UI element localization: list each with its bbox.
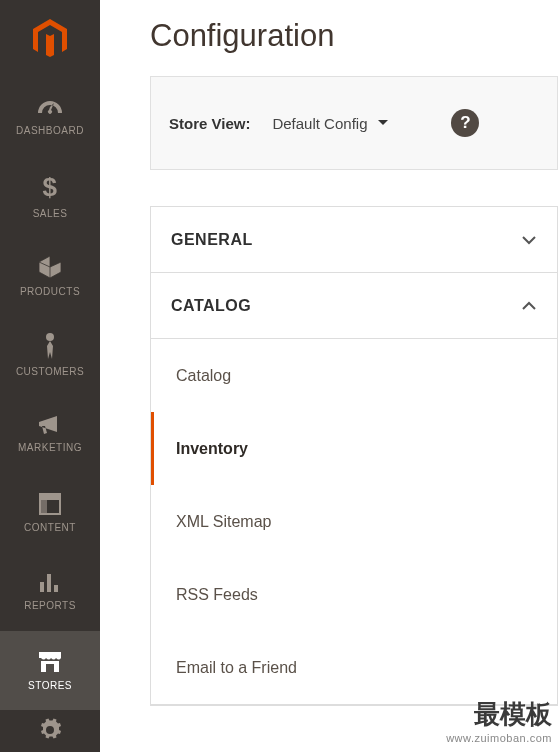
sidebar-item-label: STORES: [28, 680, 72, 691]
store-view-select[interactable]: Default Config: [272, 115, 389, 132]
svg-point-1: [46, 333, 54, 341]
subitem-inventory[interactable]: Inventory: [151, 412, 557, 485]
section-catalog[interactable]: CATALOG: [151, 273, 557, 339]
help-icon[interactable]: ?: [451, 109, 479, 137]
svg-text:$: $: [43, 174, 58, 202]
marketing-icon: [37, 414, 63, 436]
svg-rect-7: [54, 585, 58, 592]
sidebar-item-label: DASHBOARD: [16, 125, 84, 136]
sidebar-item-reports[interactable]: REPORTS: [0, 552, 100, 631]
magento-logo[interactable]: [0, 0, 100, 78]
section-label: CATALOG: [171, 297, 251, 315]
admin-sidebar: DASHBOARD $ SALES PRODUCTS CUSTOMERS MAR…: [0, 0, 100, 752]
stores-icon: [37, 650, 63, 674]
gear-icon: [38, 718, 62, 742]
chevron-down-icon: [521, 235, 537, 245]
sidebar-item-label: CONTENT: [24, 522, 76, 533]
sidebar-item-label: REPORTS: [24, 600, 76, 611]
svg-rect-3: [40, 494, 60, 500]
section-label: GENERAL: [171, 231, 253, 249]
magento-logo-icon: [32, 19, 68, 59]
dashboard-icon: [36, 99, 64, 119]
main-content: Configuration Store View: Default Config…: [100, 0, 558, 752]
svg-rect-4: [40, 500, 47, 514]
subitem-catalog[interactable]: Catalog: [151, 339, 557, 412]
caret-down-icon: [377, 119, 389, 127]
section-general[interactable]: GENERAL: [151, 207, 557, 273]
store-view-label: Store View:: [169, 115, 250, 132]
sidebar-item-system[interactable]: [0, 710, 100, 750]
sidebar-item-marketing[interactable]: MARKETING: [0, 394, 100, 473]
page-title: Configuration: [150, 18, 558, 54]
sales-icon: $: [42, 174, 58, 202]
chevron-up-icon: [521, 301, 537, 311]
section-catalog-body: Catalog Inventory XML Sitemap RSS Feeds …: [151, 339, 557, 705]
sidebar-item-sales[interactable]: $ SALES: [0, 157, 100, 236]
subitem-email-friend[interactable]: Email to a Friend: [151, 631, 557, 704]
sidebar-item-stores[interactable]: STORES: [0, 631, 100, 710]
svg-rect-5: [40, 582, 44, 592]
reports-icon: [38, 572, 62, 594]
svg-rect-6: [47, 574, 51, 592]
sidebar-item-label: SALES: [33, 208, 68, 219]
products-icon: [37, 254, 63, 280]
content-icon: [38, 492, 62, 516]
sidebar-item-label: PRODUCTS: [20, 286, 80, 297]
sidebar-item-label: MARKETING: [18, 442, 82, 453]
sidebar-item-label: CUSTOMERS: [16, 366, 84, 377]
customers-icon: [43, 332, 57, 360]
sidebar-item-content[interactable]: CONTENT: [0, 473, 100, 552]
subitem-xml-sitemap[interactable]: XML Sitemap: [151, 485, 557, 558]
subitem-rss-feeds[interactable]: RSS Feeds: [151, 558, 557, 631]
store-view-bar: Store View: Default Config ?: [150, 76, 558, 170]
store-view-selected: Default Config: [272, 115, 367, 132]
sidebar-item-products[interactable]: PRODUCTS: [0, 236, 100, 315]
config-panel: GENERAL CATALOG Catalog Inventory XML Si…: [150, 206, 558, 706]
sidebar-item-dashboard[interactable]: DASHBOARD: [0, 78, 100, 157]
sidebar-item-customers[interactable]: CUSTOMERS: [0, 315, 100, 394]
